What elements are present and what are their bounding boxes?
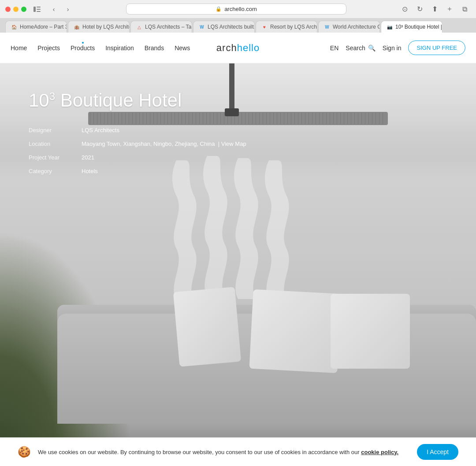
logo-hello: hello bbox=[237, 42, 260, 53]
nav-brands[interactable]: Brands bbox=[145, 44, 164, 52]
location-value: Maoyang Town, Xiangshan, Ningbo, Zhejian… bbox=[82, 141, 246, 147]
hero-title: 103 Boutique Hotel bbox=[29, 90, 246, 111]
lock-icon: 🔒 bbox=[216, 6, 222, 12]
designer-label: Designer bbox=[29, 127, 82, 133]
cookie-banner: 🍪 We use cookies on our website. By cont… bbox=[0, 437, 476, 466]
tab-favicon-homeadore: 🏠 bbox=[11, 24, 17, 30]
nav-home[interactable]: Home bbox=[11, 44, 27, 52]
main-nav: Home Projects Products Inspiration Brand… bbox=[11, 44, 190, 52]
back-button[interactable]: ‹ bbox=[48, 4, 60, 15]
pillow-1 bbox=[173, 287, 241, 367]
title-sup: 3 bbox=[49, 90, 55, 102]
site-actions: EN Search 🔍 Sign in SIGN UP FREE bbox=[330, 41, 465, 55]
tab-homeadore[interactable]: 🏠 HomeAdore – Part 3 bbox=[5, 21, 67, 33]
tab-label-resort: Resort by LQS Archit... bbox=[270, 24, 317, 30]
tab-lqs-built[interactable]: W LQS Architects built... bbox=[193, 21, 255, 33]
tab-label-lqs-tag: LQS Architects – Tag... bbox=[145, 24, 192, 30]
browser-chrome: ‹ › 🔒 archello.com ⊙ ↻ ⬆ ＋ ⧉ 🏠 HomeAdore… bbox=[0, 0, 476, 33]
tab-favicon-lqs-tag: △ bbox=[136, 24, 142, 30]
tab-favicon-world-arch: W bbox=[324, 24, 330, 30]
view-map-link[interactable]: View Map bbox=[221, 141, 246, 147]
tab-overview-button[interactable]: ⧉ bbox=[458, 4, 471, 15]
traffic-lights bbox=[5, 7, 26, 12]
browser-nav-buttons: ‹ › bbox=[48, 4, 74, 15]
site-header: Home Projects Products Inspiration Brand… bbox=[0, 33, 476, 63]
category-label: Category bbox=[29, 168, 82, 174]
browser-actions: ⊙ ↻ ⬆ ＋ ⧉ bbox=[398, 4, 471, 15]
location-label: Location bbox=[29, 141, 82, 147]
logo-arch: arch bbox=[216, 42, 237, 53]
year-label: Project Year bbox=[29, 154, 82, 161]
cookie-text-content: We use cookies on our website. By contin… bbox=[38, 449, 361, 455]
refresh-button[interactable]: ↻ bbox=[413, 4, 426, 15]
title-suffix: Boutique Hotel bbox=[55, 90, 182, 111]
nav-news[interactable]: News bbox=[175, 44, 190, 52]
tab-label-boutique-hotel: 10³ Boutique Hotel |... bbox=[395, 24, 443, 30]
hero-section: 103 Boutique Hotel Designer LQS Architec… bbox=[0, 63, 476, 450]
screen-record-button[interactable]: ⊙ bbox=[398, 4, 411, 15]
project-metadata: Designer LQS Architects Location Maoyang… bbox=[29, 127, 246, 174]
svg-rect-2 bbox=[37, 9, 41, 10]
tab-resort[interactable]: ♥ Resort by LQS Archit... bbox=[256, 21, 317, 33]
language-button[interactable]: EN bbox=[330, 44, 338, 52]
svg-rect-0 bbox=[33, 7, 36, 12]
designer-value[interactable]: LQS Architects bbox=[82, 127, 246, 133]
browser-tabs: 🏠 HomeAdore – Part 3 🏨 Hotel by LQS Arch… bbox=[0, 18, 476, 33]
tab-favicon-hotel: 🏨 bbox=[74, 24, 80, 30]
maximize-traffic-light[interactable] bbox=[21, 7, 26, 12]
title-prefix: 10 bbox=[29, 90, 49, 111]
forward-button[interactable]: › bbox=[62, 4, 74, 15]
search-label: Search bbox=[346, 44, 365, 52]
url-bar[interactable]: 🔒 archello.com bbox=[126, 4, 346, 15]
tab-favicon-boutique-hotel: 📷 bbox=[387, 24, 393, 30]
search-button[interactable]: Search 🔍 bbox=[346, 44, 375, 52]
tab-label-homeadore: HomeAdore – Part 3 bbox=[20, 24, 67, 30]
nav-products[interactable]: Products bbox=[71, 44, 95, 52]
browser-top-bar: ‹ › 🔒 archello.com ⊙ ↻ ⬆ ＋ ⧉ bbox=[0, 0, 476, 18]
close-traffic-light[interactable] bbox=[5, 7, 11, 12]
tab-lqs-tag[interactable]: △ LQS Architects – Tag... bbox=[130, 21, 192, 33]
tab-label-hotel: Hotel by LQS Archite... bbox=[82, 24, 130, 30]
new-tab-button[interactable]: ＋ bbox=[443, 4, 456, 15]
url-text: archello.com bbox=[224, 6, 257, 12]
tab-world-arch[interactable]: W World Architecture C... bbox=[318, 21, 380, 33]
signup-button[interactable]: SIGN UP FREE bbox=[408, 41, 465, 55]
search-icon: 🔍 bbox=[368, 44, 376, 52]
tab-label-lqs-built: LQS Architects built... bbox=[208, 24, 255, 30]
cookie-policy-link[interactable]: cookie policy. bbox=[361, 449, 398, 455]
tab-boutique-hotel[interactable]: 📷 10³ Boutique Hotel |... bbox=[381, 21, 443, 33]
nav-inspiration[interactable]: Inspiration bbox=[105, 44, 134, 52]
year-value: 2021 bbox=[82, 154, 246, 161]
signin-button[interactable]: Sign in bbox=[383, 44, 402, 52]
tab-favicon-resort: ♥ bbox=[261, 24, 268, 30]
cookie-icon: 🍪 bbox=[18, 446, 31, 458]
location-text: Maoyang Town, Xiangshan, Ningbo, Zhejian… bbox=[82, 141, 215, 147]
tab-favicon-lqs-built: W bbox=[199, 24, 205, 30]
pillow-3 bbox=[331, 294, 410, 369]
svg-rect-1 bbox=[37, 7, 41, 7]
sidebar-toggle-button[interactable] bbox=[31, 4, 43, 15]
pillow-2 bbox=[249, 289, 341, 373]
cookie-accept-button[interactable]: I Accept bbox=[417, 444, 458, 460]
cookie-text: We use cookies on our website. By contin… bbox=[38, 449, 410, 455]
hero-content: 103 Boutique Hotel Designer LQS Architec… bbox=[29, 90, 246, 174]
share-button[interactable]: ⬆ bbox=[428, 4, 441, 15]
site-logo[interactable]: archhello bbox=[216, 42, 260, 54]
svg-rect-3 bbox=[37, 11, 41, 12]
nav-projects[interactable]: Projects bbox=[37, 44, 60, 52]
minimize-traffic-light[interactable] bbox=[13, 7, 19, 12]
tab-label-world-arch: World Architecture C... bbox=[333, 24, 380, 30]
tab-hotel[interactable]: 🏨 Hotel by LQS Archite... bbox=[68, 21, 130, 33]
category-value[interactable]: Hotels bbox=[82, 168, 246, 174]
